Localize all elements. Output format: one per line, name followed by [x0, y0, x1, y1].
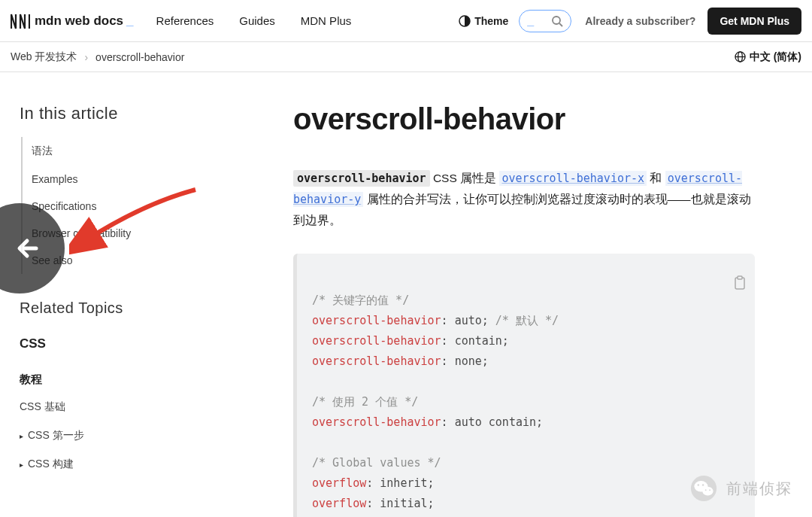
summary-text-1: CSS 属性是 — [430, 172, 500, 184]
nav-mdnplus[interactable]: MDN Plus — [301, 14, 352, 27]
article-main: overscroll-behavior overscroll-behavior … — [278, 72, 782, 517]
summary-text-2: 和 — [647, 172, 665, 184]
sub-header: Web 开发技术 › overscroll-behavior 中文 (简体) — [0, 42, 812, 72]
watermark: 前端侦探 — [690, 475, 792, 502]
already-subscriber-link[interactable]: Already a subscriber? — [585, 15, 695, 27]
sidebar: In this article 语法 Examples Specificatio… — [0, 72, 278, 517]
breadcrumb: Web 开发技术 › overscroll-behavior — [11, 50, 184, 64]
tutorial-heading: 教程 — [20, 373, 278, 387]
svg-point-13 — [705, 489, 707, 491]
language-selector[interactable]: 中文 (简体) — [735, 50, 801, 64]
watermark-text: 前端侦探 — [726, 479, 792, 499]
related-css-heading[interactable]: CSS — [20, 336, 278, 351]
clipboard-icon — [733, 275, 747, 290]
svg-point-11 — [698, 484, 700, 486]
theme-label: Theme — [474, 15, 508, 27]
article-summary: overscroll-behavior CSS 属性是 overscroll-b… — [293, 168, 755, 231]
arrow-left-icon — [14, 232, 47, 265]
code-val: : inherit; — [366, 476, 434, 490]
code-example: /* 关键字的值 */ overscroll-behavior: auto; /… — [293, 254, 755, 517]
toc-item-examples[interactable]: Examples — [23, 166, 278, 193]
logo-text: mdn web docs — [35, 14, 123, 29]
link-overscroll-x[interactable]: overscroll-behavior-x — [499, 171, 647, 186]
related-css-basics[interactable]: CSS 基础 — [20, 400, 278, 414]
code-val: : auto contain; — [441, 415, 543, 429]
search-input[interactable]: _ — [519, 10, 571, 32]
code-comment: /* 默认 */ — [495, 314, 559, 327]
related-topics-title: Related Topics — [20, 300, 278, 317]
code-val: : none; — [441, 354, 489, 368]
svg-point-10 — [702, 487, 713, 496]
code-kw: overflow — [312, 497, 366, 510]
code-kw: overflow — [312, 476, 366, 490]
breadcrumb-current[interactable]: overscroll-behavior — [95, 51, 184, 63]
svg-point-12 — [702, 484, 704, 486]
language-label: 中文 (简体) — [750, 50, 801, 64]
svg-point-1 — [553, 17, 560, 24]
get-mdn-plus-button[interactable]: Get MDN Plus — [707, 8, 801, 35]
code-kw: overscroll-behavior — [312, 415, 441, 429]
code-comment: /* 关键字的值 */ — [312, 293, 409, 307]
wechat-icon — [690, 475, 717, 502]
related-css-building[interactable]: CSS 构建 — [20, 458, 278, 471]
svg-line-2 — [559, 23, 562, 26]
logo-cursor: _ — [126, 14, 133, 29]
breadcrumb-root[interactable]: Web 开发技术 — [11, 50, 77, 64]
svg-rect-7 — [738, 276, 742, 279]
nav-guides[interactable]: Guides — [239, 14, 275, 27]
theme-toggle[interactable]: Theme — [459, 15, 508, 27]
search-icon — [551, 15, 563, 27]
primary-nav: References Guides MDN Plus — [156, 14, 459, 27]
toc-item-specifications[interactable]: Specifications — [23, 193, 278, 220]
code-kw: overscroll-behavior — [312, 354, 441, 368]
code-kw: overscroll-behavior — [312, 314, 441, 327]
toc-title: In this article — [20, 104, 278, 123]
theme-icon — [459, 15, 471, 27]
page-layout: In this article 语法 Examples Specificatio… — [0, 72, 812, 517]
prop-code: overscroll-behavior — [293, 170, 430, 187]
code-comment: /* 使用 2 个值 */ — [312, 395, 418, 409]
mdn-logo-icon — [11, 13, 30, 29]
search-cursor: _ — [527, 14, 534, 28]
mdn-logo[interactable]: mdn web docs _ — [11, 13, 134, 29]
page-title: overscroll-behavior — [293, 102, 755, 136]
globe-icon — [735, 51, 746, 62]
svg-point-14 — [709, 489, 710, 491]
code-kw: overscroll-behavior — [312, 334, 441, 348]
copy-code-button[interactable] — [728, 264, 744, 281]
top-header: mdn web docs _ References Guides MDN Plu… — [0, 0, 812, 42]
code-val: : contain; — [441, 334, 509, 348]
code-val: : initial; — [366, 497, 434, 510]
breadcrumb-sep: › — [84, 51, 88, 63]
nav-references[interactable]: References — [156, 14, 214, 27]
code-comment: /* Global values */ — [312, 456, 441, 470]
code-val: : auto; — [441, 314, 495, 327]
related-css-first-steps[interactable]: CSS 第一步 — [20, 429, 278, 442]
toc-item-syntax[interactable]: 语法 — [23, 137, 278, 166]
